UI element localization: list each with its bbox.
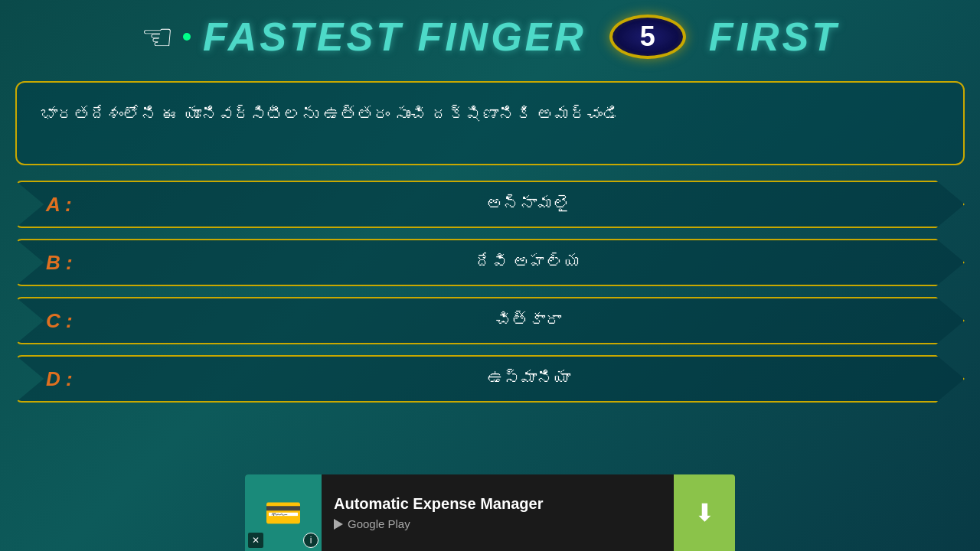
option-a-text: అన్నామలై	[92, 194, 965, 214]
download-arrow-icon: ⬇	[694, 498, 715, 527]
option-c-label: C :	[46, 309, 92, 333]
timer-oval: 5	[609, 15, 686, 59]
question-text: భారతదేశంలోని ఈ యూనివర్సిటీలను ఉత్తరం సుం…	[40, 105, 620, 124]
ad-close-button[interactable]: ✕	[248, 533, 263, 548]
ad-banner[interactable]: 💳 ✕ i Automatic Expense Manager Google P…	[245, 474, 735, 551]
ad-icon-container: 💳 ✕ i	[245, 474, 322, 551]
option-d-row[interactable]: D : ఉస్మానియా	[15, 355, 965, 403]
options-container: A : అన్నామలై B : దేవి అహల్య C : చిత్కారా…	[8, 181, 972, 403]
timer-number: 5	[640, 21, 655, 53]
title-first: FIRST	[709, 15, 839, 59]
hand-icon: ☞	[141, 15, 174, 58]
question-box: భారతదేశంలోని ఈ యూనివర్సిటీలను ఉత్తరం సుం…	[15, 81, 965, 165]
option-c-text: చిత్కారా	[92, 311, 965, 331]
ad-download-button[interactable]: ⬇	[674, 474, 735, 551]
option-c-row[interactable]: C : చిత్కారా	[15, 297, 965, 344]
dot-green	[183, 33, 191, 41]
option-d-label: D :	[46, 367, 92, 391]
header-left: ☞ FASTEST FINGER	[141, 14, 586, 60]
ad-app-icon: 💳	[264, 495, 302, 531]
ad-google-play-label: Google Play	[348, 517, 410, 530]
option-b-text: దేవి అహల్య	[92, 253, 965, 272]
header-right: FIRST	[709, 14, 839, 60]
option-a-label: A :	[46, 193, 92, 217]
play-store-icon	[334, 519, 343, 530]
header: ☞ FASTEST FINGER 5 FIRST	[0, 0, 980, 73]
ad-content: Automatic Expense Manager Google Play	[322, 487, 674, 538]
option-b-row[interactable]: B : దేవి అహల్య	[15, 239, 965, 286]
option-b-label: B :	[46, 251, 92, 275]
ad-google-play: Google Play	[334, 517, 662, 530]
title-fastest-finger: FASTEST FINGER	[203, 14, 586, 60]
option-d-text: ఉస్మానియా	[92, 369, 965, 389]
option-a-row[interactable]: A : అన్నామలై	[15, 181, 965, 228]
ad-info-button[interactable]: i	[303, 533, 318, 548]
ad-title: Automatic Expense Manager	[334, 495, 662, 513]
